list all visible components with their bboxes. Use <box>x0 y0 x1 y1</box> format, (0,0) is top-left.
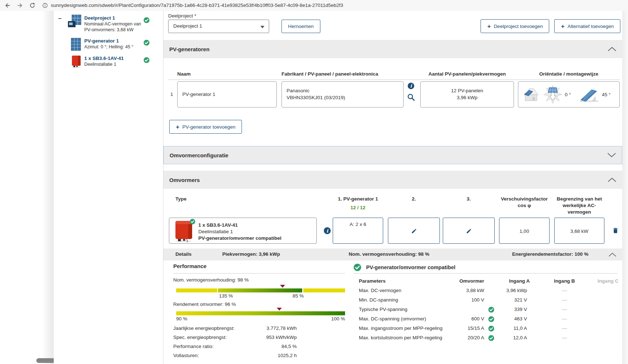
add-alternative-button[interactable]: + Alternatief toevoegen <box>554 19 620 33</box>
panel-model: VBHN330SKJ01 (03/2019) <box>287 95 345 100</box>
compat-row: Max. ingangsstroom per MPP-regeling 15/1… <box>353 325 622 335</box>
panel-count-box[interactable]: 12 PV-panelen 3,96 kWp <box>420 81 514 108</box>
edit-icon[interactable] <box>411 228 417 234</box>
edit-icon[interactable] <box>466 228 472 234</box>
chevron-up-icon[interactable] <box>608 252 616 257</box>
gen1-assignment-box[interactable]: A: 2 x 6 <box>333 218 383 244</box>
project-select-value: Deelproject 1 <box>173 23 202 29</box>
check-icon <box>488 316 494 322</box>
tree-item-subtitle: Deelinstallatie 1 <box>84 62 116 67</box>
param-inverter: 600 V <box>432 316 484 321</box>
col-ac-limit: Begrenzing van het <box>554 196 604 202</box>
compat-header-row: Parameters Omvormer Ingang A Ingang B In… <box>353 278 622 288</box>
horizontal-scrollbar-thumb[interactable] <box>36 358 55 363</box>
gen2-assignment-box[interactable] <box>388 218 440 244</box>
info-icon[interactable]: i <box>408 82 414 89</box>
inverter-config-section[interactable]: Omvormerconfiguratie <box>163 146 622 164</box>
tree-item-deelproject[interactable]: − Deelproject 1 Nominaal AC-vermogen van… <box>57 15 159 36</box>
tree-item-pv-generator[interactable]: PV-generator 1 Azimut: 0 °; Helling: 45 … <box>57 38 159 53</box>
inverter-status: PV-generator/omvormer compatibel <box>198 235 281 241</box>
pv-generators-title: PV-generatoren <box>169 46 210 52</box>
compatibility-title: PV-generator/omvormer compatibel <box>366 264 455 270</box>
param-label: Max. ingangsstroom per MPP-regeling <box>359 325 442 331</box>
check-icon <box>488 335 494 341</box>
check-icon <box>143 40 150 46</box>
rename-button[interactable]: Hernoemen <box>281 20 320 33</box>
plus-icon: + <box>176 124 179 130</box>
gen3-assignment-box[interactable] <box>443 218 495 244</box>
ac-limit-box[interactable]: 3,68 kW <box>554 218 604 244</box>
azimuth-value: 0 ° <box>565 92 571 97</box>
check-icon <box>190 219 195 225</box>
info-icon[interactable]: i <box>324 227 331 234</box>
cos-phi-box[interactable]: 1,00 <box>499 218 550 244</box>
gauge1-tick1: 135 % <box>219 293 233 299</box>
panel-count: 12 PV-panelen <box>421 88 514 93</box>
param-inverter: 100 V <box>432 297 484 303</box>
search-icon[interactable] <box>407 93 415 101</box>
pv-module-icon <box>70 38 82 51</box>
tree-item-title: PV-generator 1 <box>84 38 119 44</box>
tree-item-inverter[interactable]: 1 x SB3.6-1AV-41 Deelinstallatie 1 <box>57 55 159 70</box>
add-subproject-button[interactable]: + Deelproject toevoegen <box>481 19 549 33</box>
app-root: sunnydesignweb.com/sdweb/#/PlantConfigur… <box>0 0 628 364</box>
refresh-icon[interactable] <box>29 2 36 9</box>
col-gen1: 1. PV-generator 1 <box>333 196 383 202</box>
project-select[interactable]: Deelproject 1 <box>168 20 269 33</box>
pv-generator-name-value: PV-generator 1 <box>182 92 215 97</box>
main-content: Deelproject * Deelproject 1 Hernoemen + … <box>163 11 622 364</box>
param-input-a: 321 V <box>498 297 527 303</box>
toolbar-actions: + Deelproject toevoegen + Alternatief to… <box>481 19 620 33</box>
compat-row: Typische PV-spanning 339 V --- <box>353 307 622 316</box>
back-icon[interactable] <box>4 2 11 9</box>
stat-value: 953 kWh/kWp <box>239 335 297 340</box>
plus-icon: + <box>487 23 491 29</box>
check-icon <box>143 57 150 63</box>
stat-label: Vollasturen: <box>173 353 199 358</box>
add-alternative-label: Alternatief toevoegen <box>567 24 614 29</box>
gen1-assignment-count: 12 / 12 <box>333 205 383 210</box>
address-bar[interactable]: sunnydesignweb.com/sdweb/#/PlantConfigur… <box>51 3 343 8</box>
page-info-icon[interactable] <box>42 3 48 8</box>
collapse-toggle[interactable]: − <box>58 15 62 23</box>
col-naam: Naam <box>177 71 191 77</box>
tilt-value: 45 ° <box>602 92 611 97</box>
add-pv-generator-button[interactable]: + PV-generator toevoegen <box>169 120 242 134</box>
pv-generators-header: PV-generatoren <box>163 40 622 58</box>
param-input-b: --- <box>544 288 585 293</box>
gauge2-tick2: 100 % <box>331 316 345 321</box>
gauge1-tick2: 85 % <box>292 293 304 299</box>
gauge2-marker <box>277 308 282 311</box>
col-omvormer: Omvormer <box>432 278 484 284</box>
inverter-type-card[interactable]: 1 x SB3.6-1AV-41 Deelinstallatie 1 PV-ge… <box>169 218 317 244</box>
pv-generator-name-input[interactable]: PV-generator 1 <box>177 81 277 108</box>
tree-item-subtitle: Nominaal AC-vermogen van <box>84 21 141 27</box>
vertical-scrollbar[interactable] <box>622 11 628 364</box>
add-subproject-label: Deelproject toevoegen <box>494 24 543 29</box>
chevron-up-icon[interactable] <box>608 178 616 182</box>
orientation-box[interactable]: 0 ° 45 ° <box>518 81 620 108</box>
col-aantal: Aantal PV-panelen/piekvermogen <box>420 71 514 77</box>
delete-icon[interactable] <box>612 227 619 234</box>
inverter-icon <box>71 55 81 68</box>
performance-block: Performance Nom. vermogensverhouding: 98… <box>173 263 345 361</box>
rule <box>173 273 345 274</box>
param-label: Max. DC-spanning (omvormer) <box>359 316 426 321</box>
col-ac-limit-2: werkelijke AC- <box>554 203 604 208</box>
gauge2-label: Rendement omvormer: 96 % <box>173 302 236 307</box>
forward-icon[interactable] <box>17 2 23 9</box>
panel-select-box[interactable]: Panasonic VBHN330SKJ01 (03/2019) <box>281 81 404 108</box>
param-input-b: --- <box>544 307 585 312</box>
rule <box>353 273 617 274</box>
peak-power: 3,96 kWp <box>421 95 514 100</box>
tree-item-subtitle: PV-omvormers: 3,68 kW <box>84 27 133 32</box>
param-input-a: 339 V <box>498 307 527 312</box>
chevron-down-icon[interactable] <box>607 153 616 158</box>
col-orientatie: Oriëntatie / montagewijze <box>518 71 620 77</box>
param-input-b: --- <box>544 325 585 331</box>
chevron-up-icon[interactable] <box>608 47 616 52</box>
details-peak: Piekvermogen: 3,96 kWp <box>222 251 280 257</box>
caret-down-icon <box>260 26 264 28</box>
add-pv-generator-label: PV-generator toevoegen <box>182 124 235 130</box>
check-icon <box>488 325 494 332</box>
